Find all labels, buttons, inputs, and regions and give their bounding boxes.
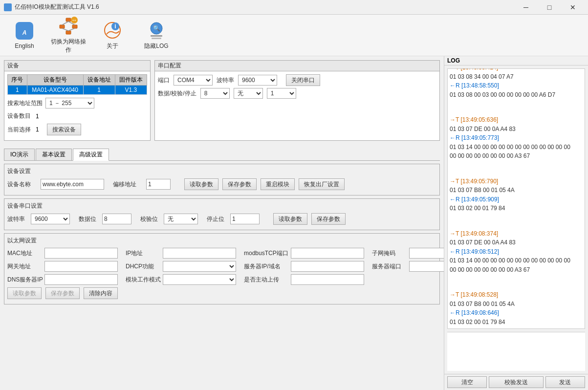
gateway-input[interactable] [44,261,118,272]
svg-rect-17 [151,35,162,37]
serial-stop-label: 停止位 [207,215,226,223]
log-input-area[interactable] [447,332,585,371]
window-title: 亿佰特IO模块配置测试工具 V1.6 [15,3,515,11]
eth-read-btn[interactable]: 读取参数 [7,287,42,299]
ip-label: IP地址 [126,249,160,258]
server-port-label: 服务器端口 [372,262,406,271]
subnet-input[interactable] [409,248,444,259]
log-title: LOG [444,56,588,65]
maximize-button[interactable]: □ [538,0,561,15]
modbus-input[interactable] [291,248,364,259]
dhcp-select[interactable] [163,261,236,272]
svg-text:🔍: 🔍 [153,24,160,32]
serial-baud-select[interactable]: 9600 [31,214,70,224]
svg-rect-2 [66,18,71,22]
svg-rect-18 [152,38,161,39]
data-parity-row: 数据/校验/停止 8 无 1 [158,88,436,99]
mac-input[interactable] [44,248,118,259]
serial-port-row: 端口 COM4 波特率 9600 关闭串口 [158,74,436,86]
subnet-label: 子网掩码 [372,249,406,258]
search-device-button[interactable]: 搜索设备 [47,124,81,135]
serial-stop-input[interactable] [230,214,260,224]
data-select[interactable]: 8 [200,88,230,99]
row-num: 1 [8,86,27,95]
search-range-select[interactable]: 1 － 255 [45,98,94,108]
svg-line-9 [68,28,75,31]
col-model: 设备型号 [27,75,83,86]
read-params-button-2[interactable]: 读取参数 [273,213,307,225]
eth-clear-btn[interactable]: 清除内容 [84,287,118,299]
restore-button[interactable]: 恢复出厂设置 [299,178,345,190]
close-serial-button[interactable]: 关闭串口 [286,74,320,86]
ethernet-settings-title: 以太网设置 [7,237,436,245]
work-mode-select[interactable] [163,274,236,285]
left-panel: 设备 序号 设备型号 设备地址 固件版本 [0,56,444,390]
search-range-label: 搜索地址范围 [7,99,43,108]
port-select[interactable]: COM4 [174,75,213,86]
read-params-button-1[interactable]: 读取参数 [184,178,218,190]
minimize-button[interactable]: ─ [515,0,537,15]
network-label: 切换为网络操作 [51,38,86,54]
row-model: MA01-AXCX4040 [27,86,83,95]
serial-baud-row: 波特率 9600 数据位 校验位 无 停止位 读取参数 保存参数 [7,213,436,225]
about-icon: i [103,21,122,40]
svg-text:A: A [22,29,27,36]
serial-data-input[interactable] [102,214,131,224]
tab-basic-settings[interactable]: 基本设置 [36,149,72,160]
log-section: LOG →T [13:48:54:011]01 03 07 DC 00 01 4… [444,56,588,390]
eth-save-btn[interactable]: 保存参数 [45,287,80,299]
about-label: 关于 [107,42,118,50]
device-name-label: 设备名称 [7,180,37,189]
ip-input[interactable] [163,248,236,259]
dns-input[interactable] [44,274,118,285]
log-clear-button[interactable]: 清空 [447,376,487,388]
current-select-label: 当前选择 [7,126,31,134]
offset-input[interactable] [146,179,171,190]
network-button[interactable]: ↔ 切换为网络操作 [49,18,88,52]
main-content: 设备 序号 设备型号 设备地址 固件版本 [0,56,588,390]
english-button[interactable]: A English [5,18,44,52]
log-label: 隐藏LOG [144,42,168,50]
server-port-input[interactable] [409,261,444,272]
current-select-row: 当前选择 1 搜索设备 [7,124,147,135]
server-ip-input[interactable] [291,261,364,272]
log-button[interactable]: 🔍 隐藏LOG [137,18,176,52]
tab-advanced-settings[interactable]: 高级设置 [73,149,109,161]
log-output[interactable]: →T [13:48:54:011]01 03 07 DC 00 01 44 84… [447,68,585,329]
row-addr: 1 [83,86,115,95]
search-range-row: 搜索地址范围 1 － 255 [7,98,147,108]
save-params-button-2[interactable]: 保存参数 [311,213,346,225]
log-verify-button[interactable]: 校验发送 [489,376,543,388]
port-label: 端口 [158,76,170,85]
table-row[interactable]: 1 MA01-AXCX4040 1 V1.3 [8,86,147,95]
stop-select[interactable]: 1 [267,88,296,99]
upload-label: 是否主动上传 [244,276,288,284]
log-send-button[interactable]: 发送 [545,376,585,388]
upload-input[interactable] [291,274,364,285]
tab-io-demo[interactable]: IO演示 [4,149,35,160]
serial-settings-title: 设备串口设置 [7,202,436,210]
save-params-button-1[interactable]: 保存参数 [222,178,257,190]
serial-config-title: 串口配置 [155,61,439,71]
network-icon: ↔ [59,16,78,36]
about-button[interactable]: i 关于 [93,18,132,52]
right-panel: LOG →T [13:48:54:011]01 03 07 DC 00 01 4… [444,56,588,390]
log-icon: 🔍 [147,21,166,40]
restart-button[interactable]: 重启模块 [261,178,295,190]
device-count-row: 设备数目 1 [7,112,147,120]
mac-label: MAC地址 [7,249,42,258]
title-bar: 亿佰特IO模块配置测试工具 V1.6 ─ □ ✕ [0,0,588,15]
device-name-input[interactable] [41,179,104,190]
dns-label: DNS服务器IP [7,276,42,284]
parity-select[interactable]: 无 [234,88,263,99]
device-settings-subsection: 设备设置 设备名称 偏移地址 读取参数 保存参数 重启模块 恢复出厂设置 [4,164,440,195]
offset-label: 偏移地址 [113,180,142,189]
serial-settings-subsection: 设备串口设置 波特率 9600 数据位 校验位 无 停止位 读取参数 保存参数 [4,198,440,230]
log-actions: 清空 校验发送 发送 [444,374,588,390]
baud-label: 波特率 [217,76,234,85]
serial-parity-select[interactable]: 无 [164,214,198,224]
close-button[interactable]: ✕ [562,0,584,15]
svg-line-6 [62,22,68,25]
baud-select[interactable]: 9600 [238,75,277,86]
device-table: 序号 设备型号 设备地址 固件版本 1 MA01-AXCX4040 1 [7,74,147,95]
